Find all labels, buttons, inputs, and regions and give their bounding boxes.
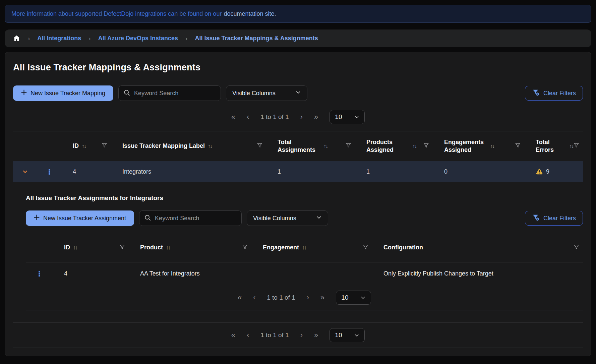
total-errors-value: 9 xyxy=(546,168,549,175)
column-label-id: ID xyxy=(73,142,79,150)
assignments-section: All Issue Tracker Assignments for Integr… xyxy=(26,194,583,310)
breadcrumb-current-page[interactable]: All Issue Tracker Mappings & Assignments xyxy=(195,35,318,42)
assignments-search-input[interactable] xyxy=(155,215,236,222)
prev-page-icon[interactable]: ‹ xyxy=(247,331,249,339)
new-issue-tracker-assignment-label: New Issue Tracker Assignment xyxy=(43,215,126,222)
page-size-select[interactable]: 10 xyxy=(330,110,365,124)
visible-columns-label: Visible Columns xyxy=(232,90,276,97)
search-icon xyxy=(144,215,151,222)
page-size-select[interactable]: 10 xyxy=(336,291,371,305)
last-page-icon[interactable]: » xyxy=(314,331,318,339)
first-page-icon[interactable]: « xyxy=(231,113,235,121)
pagination-range: 1 to 1 of 1 xyxy=(260,113,289,121)
next-page-icon[interactable]: › xyxy=(307,294,309,301)
first-page-icon[interactable]: « xyxy=(238,294,242,301)
breadcrumb-azure-devops-instances[interactable]: All Azure DevOps Instances xyxy=(98,35,178,42)
filter-icon[interactable] xyxy=(362,244,369,252)
mappings-visible-columns-dropdown[interactable]: Visible Columns xyxy=(226,85,307,101)
kebab-menu-icon[interactable]: ⋮ xyxy=(36,270,43,277)
column-label-mapping-label: Issue Tracker Mapping Label xyxy=(122,142,205,150)
breadcrumb-all-integrations[interactable]: All Integrations xyxy=(37,35,81,42)
sort-icon[interactable]: ↑↓ xyxy=(302,245,306,251)
cell-total-assignments: 1 xyxy=(266,168,355,175)
chevron-down-icon xyxy=(354,332,359,338)
last-page-icon[interactable]: » xyxy=(314,113,318,121)
mappings-search-box xyxy=(118,85,221,101)
header-products-assigned: Products Assigned ↑↓ xyxy=(355,131,433,161)
header-id: ID ↑↓ xyxy=(61,131,111,161)
page-size-value: 10 xyxy=(335,113,342,121)
assignments-table-header: ID ↑↓ Product ↑↓ xyxy=(26,233,583,262)
page-size-value: 10 xyxy=(335,331,342,339)
cell-product-link[interactable]: AA Test for Integrators xyxy=(129,270,251,277)
next-page-icon[interactable]: › xyxy=(300,331,303,339)
filter-icon[interactable] xyxy=(242,244,248,252)
header-total-errors: Total Errors ↑↓ xyxy=(524,131,583,161)
sort-icon[interactable]: ↑↓ xyxy=(73,245,77,251)
prev-page-icon[interactable]: ‹ xyxy=(253,294,255,301)
cell-mapping-label: Integrators xyxy=(111,168,266,175)
divider xyxy=(13,348,583,348)
pagination-range: 1 to 1 of 1 xyxy=(267,294,295,301)
header-engagement: Engagement ↑↓ xyxy=(251,233,372,262)
sort-icon[interactable]: ↑↓ xyxy=(412,143,416,149)
new-issue-tracker-mapping-button[interactable]: New Issue Tracker Mapping xyxy=(13,85,113,101)
home-icon[interactable] xyxy=(13,35,20,42)
header-id: ID ↑↓ xyxy=(53,233,129,262)
kebab-menu-icon[interactable]: ⋮ xyxy=(46,168,53,175)
sort-icon[interactable]: ↑↓ xyxy=(569,143,573,149)
page-title: All Issue Tracker Mappings & Assignments xyxy=(13,62,583,73)
mappings-table: ID ↑↓ Issue Tracker Mapping Label ↑↓ xyxy=(13,131,583,182)
mappings-clear-filters-button[interactable]: Clear Filters xyxy=(525,86,583,101)
filter-icon[interactable] xyxy=(573,244,580,252)
assignments-heading: All Issue Tracker Assignments for Integr… xyxy=(26,194,583,202)
header-engagements-assigned: Engagements Assigned ↑↓ xyxy=(433,131,524,161)
header-actions-column xyxy=(26,233,53,262)
new-issue-tracker-assignment-button[interactable]: New Issue Tracker Assignment xyxy=(26,210,134,226)
clear-filters-label: Clear Filters xyxy=(543,90,576,97)
filter-icon[interactable] xyxy=(256,142,263,150)
sort-icon[interactable]: ↑↓ xyxy=(208,143,212,149)
chevron-down-icon xyxy=(295,89,301,97)
warning-icon xyxy=(536,168,543,175)
documentation-link[interactable]: documentation site. xyxy=(224,10,276,17)
filter-icon[interactable] xyxy=(573,142,580,150)
prev-page-icon[interactable]: ‹ xyxy=(247,113,249,121)
cell-products-assigned: 1 xyxy=(355,168,433,175)
visible-columns-label: Visible Columns xyxy=(253,215,296,222)
sort-icon[interactable]: ↑↓ xyxy=(323,143,327,149)
sort-icon[interactable]: ↑↓ xyxy=(82,143,86,149)
header-expand-column xyxy=(13,131,37,161)
divider xyxy=(26,310,583,310)
row-actions-cell: ⋮ xyxy=(26,270,53,277)
cell-id: 4 xyxy=(61,168,111,175)
filter-icon[interactable] xyxy=(423,142,429,150)
first-page-icon[interactable]: « xyxy=(231,331,235,339)
mappings-table-header: ID ↑↓ Issue Tracker Mapping Label ↑↓ xyxy=(13,131,583,161)
filter-clear-icon xyxy=(532,214,540,223)
header-product: Product ↑↓ xyxy=(129,233,251,262)
mappings-search-input[interactable] xyxy=(134,90,216,97)
filter-icon[interactable] xyxy=(515,142,521,150)
assignment-table-row[interactable]: ⋮ 4 AA Test for Integrators Only Explici… xyxy=(26,262,583,285)
column-label-engagements-assigned: Engagements Assigned xyxy=(444,138,487,154)
sort-icon[interactable]: ↑↓ xyxy=(166,245,170,251)
chevron-right-icon: › xyxy=(28,35,30,42)
assignments-clear-filters-button[interactable]: Clear Filters xyxy=(525,211,583,226)
collapse-row-icon[interactable] xyxy=(13,168,37,175)
last-page-icon[interactable]: » xyxy=(320,294,324,301)
filter-icon[interactable] xyxy=(101,142,108,150)
mapping-table-row[interactable]: ⋮ 4 Integrators 1 1 0 9 xyxy=(13,161,583,182)
sort-icon[interactable]: ↑↓ xyxy=(490,143,494,149)
column-label-id: ID xyxy=(64,244,70,251)
next-page-icon[interactable]: › xyxy=(300,113,303,121)
breadcrumb: › All Integrations › All Azure DevOps In… xyxy=(5,29,591,47)
header-configuration: Configuration xyxy=(372,233,583,262)
new-issue-tracker-mapping-label: New Issue Tracker Mapping xyxy=(31,90,105,97)
page-size-select[interactable]: 10 xyxy=(330,328,365,342)
assignments-visible-columns-dropdown[interactable]: Visible Columns xyxy=(247,210,328,226)
filter-icon[interactable] xyxy=(345,142,352,150)
plus-icon xyxy=(21,89,27,97)
filter-icon[interactable] xyxy=(119,244,125,252)
clear-filters-label: Clear Filters xyxy=(543,215,576,222)
